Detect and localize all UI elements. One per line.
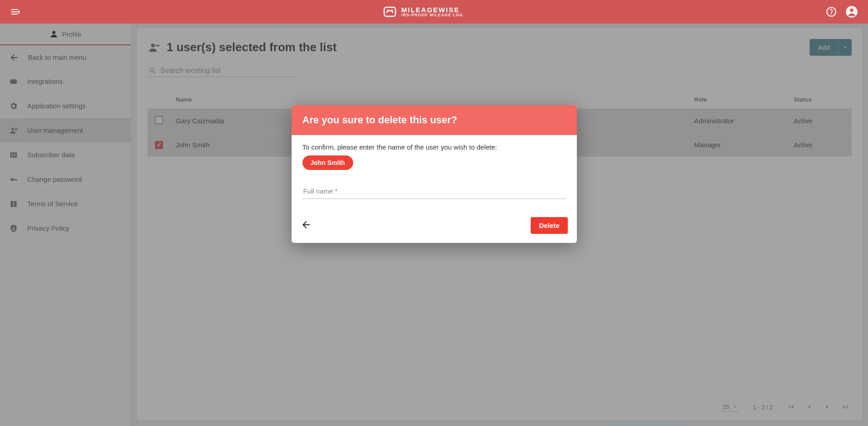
delete-button[interactable]: Delete — [531, 217, 567, 234]
arrow-left-icon — [301, 219, 312, 230]
modal-confirm-text: To confirm, please enter the name of the… — [302, 143, 566, 151]
full-name-input[interactable] — [302, 184, 566, 199]
svg-rect-0 — [384, 7, 396, 16]
svg-point-2 — [392, 10, 393, 11]
account-icon[interactable] — [845, 5, 858, 18]
modal-title: Are you sure to delete this user? — [292, 105, 577, 135]
modal-overlay[interactable]: Are you sure to delete this user? To con… — [0, 24, 868, 426]
user-chip: John Smith — [302, 155, 353, 170]
delete-user-modal: Are you sure to delete this user? To con… — [292, 105, 577, 243]
brand-name: MILEAGEWISE — [401, 6, 463, 13]
brand-tagline: IRS-PROOF MILEAGE LOG — [401, 13, 463, 17]
svg-point-4 — [850, 9, 853, 12]
svg-point-1 — [387, 10, 388, 11]
brand-logo-icon — [383, 5, 397, 19]
modal-back-button[interactable] — [301, 219, 312, 232]
top-bar: MILEAGEWISE IRS-PROOF MILEAGE LOG — [0, 0, 868, 24]
menu-collapse-icon[interactable] — [10, 6, 21, 17]
brand: MILEAGEWISE IRS-PROOF MILEAGE LOG — [383, 5, 463, 19]
help-icon[interactable] — [825, 6, 837, 18]
